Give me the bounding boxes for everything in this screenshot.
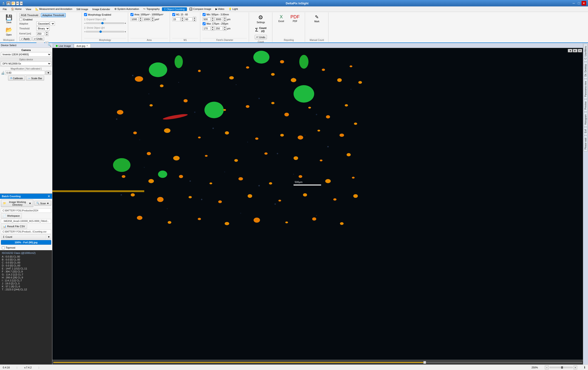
area-max-up[interactable]: ▲ [151, 17, 154, 19]
ferets-max-checkbox[interactable] [203, 22, 206, 25]
right-tab-preview[interactable]: Preview [584, 99, 588, 112]
optics-select[interactable]: DPX M12000-5x [1, 61, 51, 66]
enabled-checkbox[interactable] [19, 18, 22, 21]
zoom-minus-btn[interactable]: − [545, 366, 548, 369]
menu-light[interactable]: 💡 Light [227, 7, 240, 11]
menu-video[interactable]: ▶ Video [214, 7, 226, 11]
scale-bar-btn[interactable]: ↔ Scale Bar [26, 76, 44, 81]
image-working-dir-btn[interactable]: 📁 Image Working Directory ▼ [1, 200, 33, 207]
expand-minus[interactable]: − [84, 22, 85, 25]
threshold-method-select[interactable]: Binary [36, 26, 50, 31]
m1-max-input[interactable] [184, 17, 192, 21]
right-tab-desktop[interactable]: Dk: Desktop [584, 62, 588, 79]
fmax-from-down[interactable]: ▼ [211, 29, 214, 31]
menu-file[interactable]: File [1, 7, 9, 11]
adaptive-threshold-btn[interactable]: Adaptive Threshold [41, 13, 66, 17]
open-quick-btn[interactable]: 📂 [11, 1, 15, 5]
menu-system-automation[interactable]: ⚙ System Automation [113, 7, 141, 11]
magnification-input[interactable] [5, 71, 45, 75]
fmax-min-up[interactable]: ▲ [223, 17, 226, 19]
fmin-up[interactable]: ▲ [211, 17, 214, 19]
minimize-btn[interactable]: ─ [571, 1, 576, 6]
mag-dropdown-btn[interactable]: ▼ [45, 71, 51, 75]
menu-still-image[interactable]: Still Image [75, 7, 90, 11]
count-btn[interactable]: Σ Count #0 [253, 25, 269, 34]
save-button[interactable]: 💾 Save [3, 13, 15, 25]
zoom-bar-thumb[interactable] [561, 366, 563, 369]
excel-btn[interactable]: X Excel [276, 13, 287, 24]
adaptive-method-select[interactable]: GaussianC [36, 21, 55, 26]
menu-topography[interactable]: 〜 Topography [141, 7, 161, 11]
settings-btn[interactable]: ⚙ Settings [254, 13, 267, 25]
area-max-input[interactable] [143, 17, 151, 21]
save-quick-btn[interactable]: 💾 [6, 1, 10, 5]
right-tab-exif[interactable]: Exif [584, 127, 588, 135]
shrink-plus[interactable]: + [125, 30, 126, 33]
mark-btn[interactable]: ✎ Mark [311, 13, 323, 24]
m1-min-up[interactable]: ▲ [181, 17, 184, 19]
kernel-input[interactable] [36, 32, 44, 36]
workspace-btn[interactable]: 📄 Workspace [1, 213, 22, 218]
area-max-down[interactable]: ▼ [151, 19, 154, 21]
nav-prev-btn[interactable]: ◄ [568, 49, 572, 52]
result-file-btn[interactable]: 📊 Result File CSV [1, 224, 27, 229]
right-tab-user-menu[interactable]: C: UserMenu [584, 44, 588, 62]
right-tab-please-wait[interactable]: Please wait [584, 136, 588, 152]
menu-measurement[interactable]: 📐 Measurement and Annotation [33, 7, 74, 11]
dust-image-tab[interactable]: dust.jpg ✕ [74, 44, 91, 48]
fmax-from-up[interactable]: ▲ [211, 26, 214, 29]
m1-max-down[interactable]: ▼ [193, 19, 196, 21]
expand-plus[interactable]: + [125, 22, 126, 25]
batch-close-btn[interactable]: ✕ [48, 195, 50, 198]
menu-home[interactable]: 🏠 Home [9, 7, 23, 11]
fmax-min-down[interactable]: ▼ [223, 19, 226, 21]
undo-quick-btn[interactable]: ↩ [16, 1, 19, 5]
zoom-bar[interactable] [550, 367, 573, 368]
m1-checkbox[interactable] [172, 13, 175, 16]
right-tab-histogram[interactable]: Histogram [584, 112, 588, 127]
morphology-checkbox[interactable] [84, 13, 87, 16]
open-button[interactable]: 📂 Open [3, 25, 15, 37]
close-btn[interactable]: ✕ [582, 1, 586, 6]
pdf-btn[interactable]: PDF PDF [288, 13, 302, 24]
expand-slider-thumb[interactable] [101, 22, 104, 24]
count-dropdown-arrow-btn[interactable]: ▼ [47, 234, 51, 239]
nav-next-btn[interactable]: ► [573, 49, 578, 52]
redo-quick-btn[interactable]: ↪ [20, 1, 23, 5]
camera-select[interactable]: Invenio-12EIII [#24883] [1, 52, 51, 57]
area-min-down[interactable]: ▼ [139, 19, 142, 21]
fmin-down[interactable]: ▼ [211, 19, 214, 21]
menu-image-extender[interactable]: Image Extender [91, 7, 112, 11]
ferets-max-min-input[interactable] [215, 17, 223, 21]
shrink-minus[interactable]: − [84, 30, 85, 33]
menu-compare-image[interactable]: 🔲 Compare Image [188, 7, 213, 11]
right-tab-panorama[interactable]: Panorama view [584, 79, 588, 99]
kernel-up[interactable]: ▲ [45, 31, 48, 34]
zoom-slider-thumb[interactable] [423, 361, 426, 364]
live-image-tab[interactable]: Live Image [53, 44, 74, 48]
ferets-max-from-input[interactable] [203, 27, 211, 30]
maximize-btn[interactable]: □ [577, 1, 581, 6]
microscope-view[interactable]: 500μm ◄ ► ✕ [52, 48, 583, 360]
ferets-min-checkbox[interactable] [203, 13, 206, 16]
area-min-input[interactable] [130, 17, 138, 21]
area-min-up[interactable]: ▲ [139, 17, 142, 19]
zoom-slider[interactable] [53, 362, 582, 363]
menu-object-counting[interactable]: Σ Object Counting [162, 7, 187, 11]
ferets-max-to-input[interactable] [215, 27, 223, 30]
zoom-plus-btn[interactable]: + [574, 366, 577, 369]
dust-tab-close[interactable]: ✕ [86, 44, 88, 47]
nav-close-btn[interactable]: ✕ [578, 49, 582, 52]
menu-view[interactable]: View [24, 7, 33, 11]
scan-btn[interactable]: 🔍 Scan ▼ [34, 201, 51, 206]
undo-threshold-btn[interactable]: ↩ Undo [32, 37, 44, 41]
count-dropdown-btn[interactable]: Σ Count [1, 234, 46, 239]
m1-max-up[interactable]: ▲ [193, 17, 196, 19]
kernel-down[interactable]: ▼ [45, 34, 48, 36]
m1-min-down[interactable]: ▼ [181, 19, 184, 21]
shrink-slider-thumb[interactable] [99, 31, 102, 33]
area-checkbox[interactable] [130, 13, 134, 16]
undo-count-btn[interactable]: ↩ Undo [255, 35, 267, 39]
fmax-to-up[interactable]: ▲ [223, 26, 226, 29]
fmax-to-down[interactable]: ▼ [223, 29, 226, 31]
